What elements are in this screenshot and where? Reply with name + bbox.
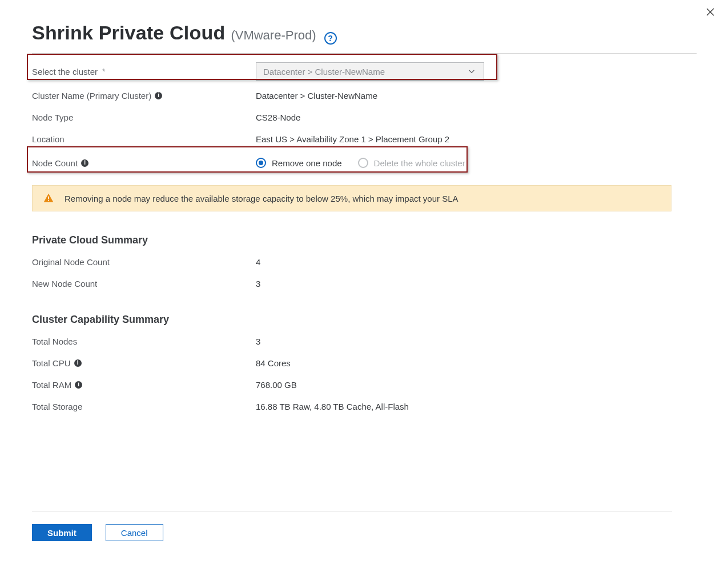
section-heading-cluster-capability-summary: Cluster Capability Summary xyxy=(32,314,697,326)
total-nodes-label: Total Nodes xyxy=(32,337,256,346)
location-label: Location xyxy=(32,134,256,144)
cluster-name-label: Cluster Name (Primary Cluster) i xyxy=(32,91,256,101)
select-cluster-label: Select the cluster * xyxy=(32,67,256,77)
divider xyxy=(32,511,672,511)
svg-rect-3 xyxy=(48,200,49,201)
node-type-label: Node Type xyxy=(32,113,256,122)
help-icon[interactable]: ? xyxy=(324,32,337,45)
cluster-name-value: Datacenter > Cluster-NewName xyxy=(256,91,697,101)
close-button[interactable] xyxy=(703,5,718,19)
label-text: Total CPU xyxy=(32,358,71,368)
total-ram-label: Total RAM i xyxy=(32,380,256,390)
divider xyxy=(32,53,697,54)
radio-unchecked-icon xyxy=(358,158,368,168)
radio-remove-one-node[interactable]: Remove one node xyxy=(256,158,342,168)
original-node-count-value: 4 xyxy=(256,257,697,267)
submit-button[interactable]: Submit xyxy=(32,524,92,541)
total-cpu-value: 84 Cores xyxy=(256,358,697,368)
warning-icon xyxy=(43,193,54,204)
new-node-count-label: New Node Count xyxy=(32,279,256,289)
node-count-label: Node Count i xyxy=(32,158,256,168)
total-nodes-value: 3 xyxy=(256,337,697,346)
label-text: Total RAM xyxy=(32,380,71,390)
radio-label: Delete the whole cluster xyxy=(374,158,465,168)
chevron-down-icon xyxy=(466,66,477,77)
total-cpu-label: Total CPU i xyxy=(32,358,256,368)
location-value: East US > Availability Zone 1 > Placemen… xyxy=(256,134,697,144)
close-icon xyxy=(705,7,715,17)
node-type-value: CS28-Node xyxy=(256,113,697,122)
cluster-select-value: Datacenter > Cluster-NewName xyxy=(263,67,385,77)
new-node-count-value: 3 xyxy=(256,279,697,289)
warning-text: Removing a node may reduce the available… xyxy=(65,194,458,203)
info-icon[interactable]: i xyxy=(155,92,162,99)
svg-rect-2 xyxy=(48,197,49,199)
page-title: Shrink Private Cloud xyxy=(32,22,225,44)
radio-delete-cluster[interactable]: Delete the whole cluster xyxy=(358,158,465,168)
label-text: Node Count xyxy=(32,158,78,168)
warning-banner: Removing a node may reduce the available… xyxy=(32,185,671,211)
info-icon[interactable]: i xyxy=(81,159,89,167)
label-text: Cluster Name (Primary Cluster) xyxy=(32,91,151,101)
total-storage-value: 16.88 TB Raw, 4.80 TB Cache, All-Flash xyxy=(256,402,697,411)
required-asterisk-icon: * xyxy=(102,67,105,76)
total-ram-value: 768.00 GB xyxy=(256,380,697,390)
radio-label: Remove one node xyxy=(272,158,342,168)
radio-checked-icon xyxy=(256,158,266,168)
cancel-button[interactable]: Cancel xyxy=(106,524,163,541)
page-context: (VMware-Prod) xyxy=(231,28,316,43)
section-heading-private-cloud-summary: Private Cloud Summary xyxy=(32,234,697,246)
total-storage-label: Total Storage xyxy=(32,402,256,411)
label-text: Select the cluster xyxy=(32,67,98,77)
cluster-select[interactable]: Datacenter > Cluster-NewName xyxy=(256,62,484,81)
original-node-count-label: Original Node Count xyxy=(32,257,256,267)
info-icon[interactable]: i xyxy=(74,359,82,367)
info-icon[interactable]: i xyxy=(75,381,82,389)
